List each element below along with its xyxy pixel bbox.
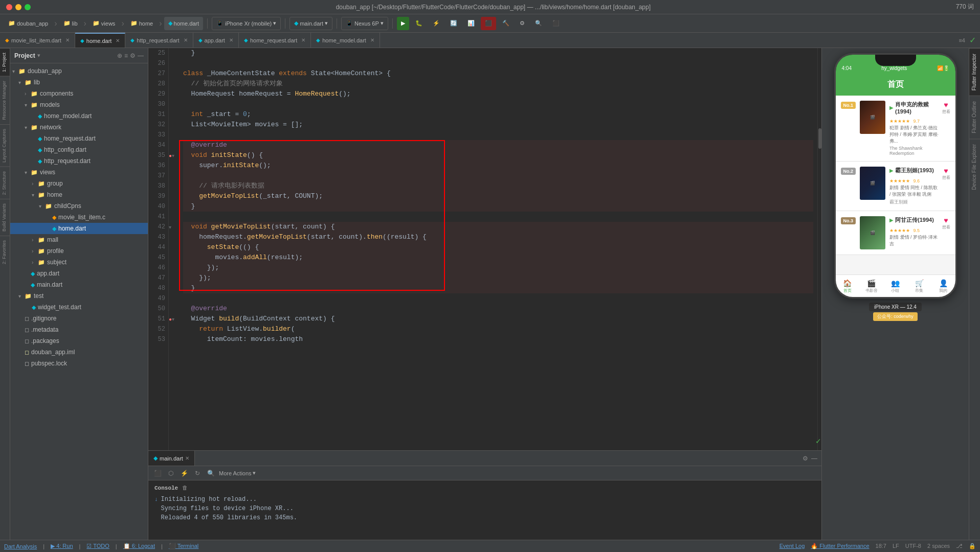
tab-app-dart[interactable]: ◆ app.dart ✕: [193, 33, 239, 48]
device-file-explorer-tab[interactable]: Device File Explorer: [969, 139, 980, 195]
more-tabs-icon[interactable]: ≡4: [959, 37, 965, 43]
run-tab-main[interactable]: ◆ main.dart ✕: [148, 451, 195, 466]
hide-icon[interactable]: —: [138, 52, 144, 59]
tree-test[interactable]: ▾ 📁 test: [10, 290, 148, 302]
tree-lib[interactable]: ▾ 📁 lib: [10, 77, 148, 88]
close-tab-icon[interactable]: ✕: [370, 37, 374, 43]
flutter-inspector-btn[interactable]: 🔍: [206, 468, 216, 478]
run-status-link[interactable]: ▶ 4: Run: [51, 543, 73, 549]
tab-movie-list-item[interactable]: ◆ movie_list_item.dart ✕: [0, 33, 75, 48]
nav-market[interactable]: 🛒 市集: [907, 279, 931, 293]
hot-restart-button[interactable]: 🔄: [446, 17, 461, 30]
tree-childcpns[interactable]: ▾ 📁 childCpns: [10, 200, 148, 212]
logcat-link[interactable]: 📋 6: Logcat: [123, 543, 155, 549]
panel-dropdown-arrow[interactable]: ▾: [37, 52, 40, 59]
terminal-link[interactable]: ⬛ Terminal: [169, 543, 198, 549]
hot-reload-small-button[interactable]: ⚡: [179, 468, 189, 478]
tree-profile[interactable]: › 📁 profile: [10, 245, 148, 257]
tree-iml[interactable]: ◻ douban_app.iml: [10, 347, 148, 358]
layout-captures-tab[interactable]: Layout Captures: [0, 124, 10, 167]
clear-console-icon[interactable]: 🗑: [182, 484, 188, 493]
event-log-link[interactable]: Event Log: [779, 543, 805, 549]
nav-profile[interactable]: 👤 我的: [931, 279, 955, 293]
build-button[interactable]: 🔨: [498, 17, 514, 30]
device-selector[interactable]: 📱 iPhone Xr (mobile) ▾: [212, 17, 281, 30]
tree-http-config[interactable]: ◆ http_config.dart: [10, 144, 148, 155]
coverage-button[interactable]: 📊: [463, 17, 479, 30]
fold-icon[interactable]: ▾: [172, 316, 174, 322]
tree-home-request[interactable]: ◆ home_request.dart: [10, 133, 148, 144]
tree-components[interactable]: › 📁 components: [10, 88, 148, 99]
minimize-button[interactable]: [15, 4, 21, 10]
more-actions-button[interactable]: More Actions ▾: [219, 470, 256, 476]
tree-group[interactable]: › 📁 group: [10, 178, 148, 189]
build-variants-tab[interactable]: Build Variants: [0, 199, 10, 236]
collapse-icon[interactable]: ≡: [124, 52, 128, 59]
settings-button[interactable]: ⚙: [516, 17, 529, 30]
tree-gitignore[interactable]: ◻ .gitignore: [10, 313, 148, 324]
tree-metadata[interactable]: ◻ .metadata: [10, 324, 148, 335]
maximize-button[interactable]: [25, 4, 31, 10]
structure-tab[interactable]: 2: Structure: [0, 167, 10, 199]
tab-home-dart[interactable]: ◆ home.dart ✕: [75, 33, 126, 48]
fold-icon[interactable]: ▾: [172, 153, 174, 158]
nav-home[interactable]: 🏠 首页: [836, 279, 860, 293]
minimize-run-icon[interactable]: —: [811, 455, 817, 462]
tree-movie-list-item[interactable]: ◆ movie_list_item.c: [10, 212, 148, 223]
resource-manager-tab[interactable]: Resource Manager: [0, 76, 10, 124]
file-breadcrumb[interactable]: ◆ home.dart: [164, 17, 204, 30]
dart-analysis-link[interactable]: Dart Analysis: [4, 543, 37, 549]
tab-home-model[interactable]: ◆ home_model.dart ✕: [311, 33, 380, 48]
movie-action-2[interactable]: ♥ 想看: [942, 167, 950, 180]
run-button[interactable]: ▶: [397, 17, 409, 30]
tree-home-model[interactable]: ◆ home_model.dart: [10, 110, 148, 122]
todo-link[interactable]: ☑ TODO: [86, 543, 109, 549]
terminal-button[interactable]: ⬛: [548, 17, 564, 30]
nav-group[interactable]: 👥 小组: [883, 279, 907, 293]
settings-icon[interactable]: ⚙: [130, 52, 136, 59]
fold-icon[interactable]: ▾: [169, 224, 171, 230]
hot-restart-small-button[interactable]: ↻: [192, 468, 203, 478]
tree-home[interactable]: ▾ 📁 home: [10, 189, 148, 200]
home-breadcrumb[interactable]: 📁 home: [126, 17, 158, 30]
movie-action-3[interactable]: ♥ 想看: [942, 216, 950, 230]
tree-mall[interactable]: › 📁 mall: [10, 234, 148, 245]
close-tab-icon[interactable]: ✕: [229, 37, 233, 43]
tree-views[interactable]: ▾ 📁 views: [10, 167, 148, 178]
tree-home-dart[interactable]: ◆ home.dart: [10, 223, 148, 234]
project-tab[interactable]: 1: Project: [0, 48, 10, 76]
tree-app-dart[interactable]: ◆ app.dart: [10, 268, 148, 279]
tab-home-request[interactable]: ◆ home_request.dart ✕: [239, 33, 311, 48]
flutter-inspector-tab[interactable]: Flutter Inspector: [969, 48, 980, 96]
nav-media[interactable]: 🎬 书影音: [859, 279, 883, 293]
code-content[interactable]: } class _HomeContentState extends State<…: [179, 48, 817, 450]
tree-main-dart[interactable]: ◆ main.dart: [10, 279, 148, 290]
lib-breadcrumb[interactable]: 📁 lib: [59, 17, 82, 30]
tree-http-request[interactable]: ◆ http_request.dart: [10, 155, 148, 167]
close-tab-icon[interactable]: ✕: [116, 38, 120, 43]
tree-models[interactable]: ▾ 📁 models: [10, 99, 148, 110]
favorites-tab[interactable]: 2: Favorites: [0, 236, 10, 268]
tree-network[interactable]: ▾ 📁 network: [10, 122, 148, 133]
settings-run-icon[interactable]: ⚙: [803, 455, 808, 462]
scrollbar-thumb[interactable]: [818, 128, 821, 149]
close-tab-icon[interactable]: ✕: [184, 37, 188, 43]
tree-subject[interactable]: › 📁 subject: [10, 257, 148, 268]
views-breadcrumb[interactable]: 📁 views: [88, 17, 120, 30]
tree-pubspec-lock[interactable]: ◻ pubspec.lock: [10, 358, 148, 369]
console-button[interactable]: ⬡: [166, 468, 176, 478]
hot-reload-button[interactable]: ⚡: [429, 17, 444, 30]
close-tab-icon[interactable]: ✕: [65, 37, 70, 43]
debug-button[interactable]: 🐛: [411, 17, 427, 30]
tab-http-request[interactable]: ◆ http_request.dart ✕: [125, 33, 193, 48]
search-button[interactable]: 🔍: [531, 17, 546, 30]
movie-action-1[interactable]: ♥ 想看: [942, 101, 950, 114]
locate-icon[interactable]: ⊕: [117, 52, 122, 59]
stop-run-button[interactable]: ⬛: [152, 468, 163, 478]
tree-packages[interactable]: ◻ .packages: [10, 335, 148, 347]
nexus-selector[interactable]: 📱 Nexus 6P ▾: [341, 17, 388, 30]
tree-widget-test[interactable]: ◆ widget_test.dart: [10, 302, 148, 313]
close-run-tab-icon[interactable]: ✕: [185, 455, 189, 461]
tree-root[interactable]: ▾ 📁 douban_app: [10, 65, 148, 77]
project-button[interactable]: 📁 douban_app: [4, 17, 52, 30]
